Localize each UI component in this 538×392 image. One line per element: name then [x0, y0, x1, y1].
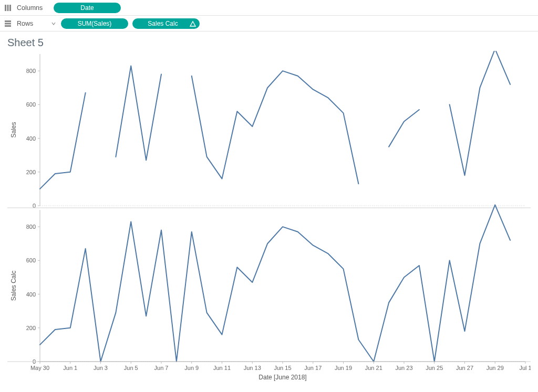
- svg-text:Jun 17: Jun 17: [304, 365, 322, 371]
- svg-text:Jun 23: Jun 23: [395, 365, 412, 371]
- svg-text:400: 400: [26, 135, 36, 142]
- svg-rect-5: [5, 25, 11, 27]
- pill-label: Sales Calc: [148, 20, 178, 27]
- rows-label: Rows: [17, 20, 49, 27]
- svg-rect-0: [5, 5, 6, 11]
- pill-label: Date: [80, 4, 94, 12]
- pill-date[interactable]: Date: [54, 3, 121, 13]
- svg-text:600: 600: [26, 257, 36, 263]
- chart-svg: 0200400600800Sales0200400600800Sales Cal…: [7, 51, 531, 387]
- sheet-title[interactable]: Sheet 5: [7, 37, 531, 49]
- rows-shelf[interactable]: Rows SUM(Sales) Sales Calc: [0, 16, 538, 31]
- svg-text:Date [June 2018]: Date [June 2018]: [258, 374, 306, 381]
- svg-text:Jul 1: Jul 1: [519, 365, 531, 371]
- svg-text:400: 400: [26, 291, 36, 298]
- svg-text:600: 600: [26, 101, 36, 108]
- columns-label: Columns: [17, 4, 49, 12]
- svg-rect-1: [7, 5, 9, 11]
- svg-text:Jun 9: Jun 9: [184, 365, 199, 371]
- svg-text:Jun 21: Jun 21: [365, 365, 382, 371]
- svg-rect-3: [5, 20, 11, 22]
- pill-label: SUM(Sales): [78, 20, 112, 27]
- svg-text:800: 800: [26, 68, 36, 74]
- chart-container[interactable]: 0200400600800Sales0200400600800Sales Cal…: [7, 51, 531, 382]
- svg-text:800: 800: [26, 224, 36, 230]
- pill-sum-sales[interactable]: SUM(Sales): [61, 18, 128, 29]
- columns-icon: [3, 3, 13, 13]
- svg-text:Jun 1: Jun 1: [63, 365, 77, 371]
- svg-text:Jun 25: Jun 25: [426, 365, 443, 371]
- svg-text:May 30: May 30: [30, 365, 49, 371]
- svg-text:Jun 27: Jun 27: [456, 365, 473, 371]
- svg-text:Jun 5: Jun 5: [124, 365, 138, 371]
- svg-text:Jun 3: Jun 3: [94, 365, 108, 371]
- rows-caret-icon[interactable]: [50, 20, 57, 27]
- svg-rect-2: [9, 5, 11, 11]
- sheet-area: Sheet 5 0200400600800Sales0200400600800S…: [0, 31, 538, 382]
- svg-rect-4: [5, 23, 11, 24]
- svg-text:Jun 13: Jun 13: [244, 365, 261, 371]
- rows-icon: [3, 19, 13, 28]
- svg-text:Jun 7: Jun 7: [154, 365, 169, 371]
- svg-text:200: 200: [26, 169, 36, 175]
- pill-sales-calc[interactable]: Sales Calc: [132, 18, 200, 29]
- columns-shelf[interactable]: Columns Date: [0, 0, 538, 16]
- svg-text:Jun 29: Jun 29: [487, 365, 504, 371]
- svg-text:Jun 15: Jun 15: [274, 365, 291, 371]
- svg-text:Jun 19: Jun 19: [335, 365, 352, 371]
- svg-text:200: 200: [26, 325, 36, 331]
- svg-text:Jun 11: Jun 11: [213, 365, 231, 371]
- svg-text:Sales Calc: Sales Calc: [10, 271, 17, 301]
- svg-text:Sales: Sales: [10, 122, 17, 137]
- table-calc-icon: [189, 20, 196, 29]
